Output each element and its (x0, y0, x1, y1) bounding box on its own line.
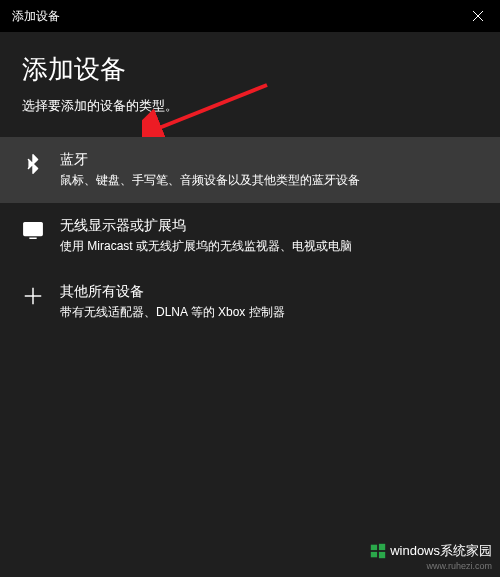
option-desc: 使用 Miracast 或无线扩展坞的无线监视器、电视或电脑 (60, 238, 478, 255)
titlebar: 添加设备 (0, 0, 500, 32)
display-icon (22, 219, 44, 241)
watermark: windows系统家园 www.ruhezi.com (369, 542, 492, 571)
plus-icon (22, 285, 44, 307)
svg-rect-11 (379, 552, 385, 558)
option-desc: 鼠标、键盘、手写笔、音频设备以及其他类型的蓝牙设备 (60, 172, 478, 189)
option-wireless-display[interactable]: 无线显示器或扩展坞 使用 Miracast 或无线扩展坞的无线监视器、电视或电脑 (0, 203, 500, 269)
watermark-url: www.ruhezi.com (369, 561, 492, 571)
option-text: 蓝牙 鼠标、键盘、手写笔、音频设备以及其他类型的蓝牙设备 (60, 151, 478, 189)
svg-rect-8 (371, 545, 377, 550)
option-text: 无线显示器或扩展坞 使用 Miracast 或无线扩展坞的无线监视器、电视或电脑 (60, 217, 478, 255)
svg-rect-10 (371, 552, 377, 557)
option-desc: 带有无线适配器、DLNA 等的 Xbox 控制器 (60, 304, 478, 321)
option-everything-else[interactable]: 其他所有设备 带有无线适配器、DLNA 等的 Xbox 控制器 (0, 269, 500, 335)
option-bluetooth[interactable]: 蓝牙 鼠标、键盘、手写笔、音频设备以及其他类型的蓝牙设备 (0, 137, 500, 203)
page-subtitle: 选择要添加的设备的类型。 (22, 97, 478, 115)
bluetooth-icon (22, 153, 44, 175)
options-list: 蓝牙 鼠标、键盘、手写笔、音频设备以及其他类型的蓝牙设备 无线显示器或扩展坞 使… (0, 137, 500, 334)
close-button[interactable] (455, 0, 500, 32)
option-title: 无线显示器或扩展坞 (60, 217, 478, 235)
option-text: 其他所有设备 带有无线适配器、DLNA 等的 Xbox 控制器 (60, 283, 478, 321)
watermark-text: windows系统家园 (390, 542, 492, 560)
svg-rect-9 (379, 544, 385, 550)
option-title: 其他所有设备 (60, 283, 478, 301)
titlebar-title: 添加设备 (12, 8, 60, 25)
option-title: 蓝牙 (60, 151, 478, 169)
watermark-logo-icon (369, 542, 387, 560)
content-area: 添加设备 选择要添加的设备的类型。 蓝牙 鼠标、键盘、手写笔、音频设备以及其他类… (0, 32, 500, 334)
page-title: 添加设备 (22, 52, 478, 87)
svg-rect-2 (24, 222, 42, 235)
close-icon (473, 11, 483, 21)
